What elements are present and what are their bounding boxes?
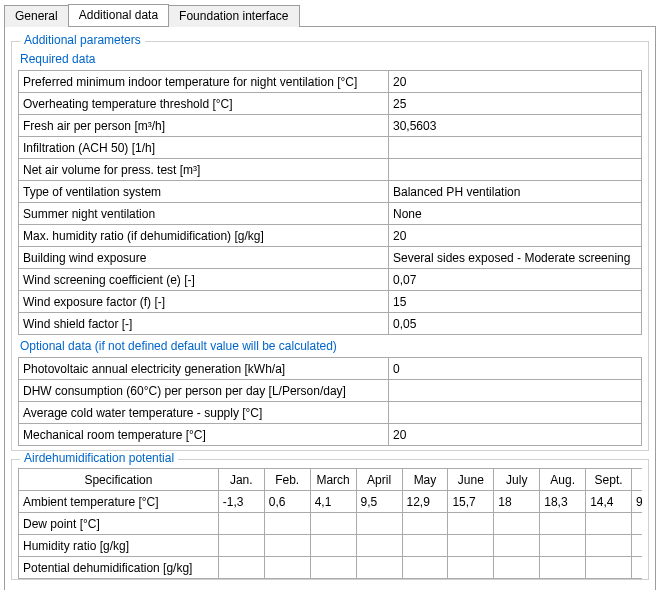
required-row-input[interactable] bbox=[393, 295, 637, 309]
monthly-cell[interactable]: 14,4 bbox=[586, 491, 632, 513]
optional-row-label: Mechanical room temperature [°C] bbox=[19, 424, 389, 446]
monthly-cell[interactable] bbox=[494, 557, 540, 579]
required-row-value-cell[interactable] bbox=[389, 313, 642, 335]
required-row-value-cell[interactable] bbox=[389, 203, 642, 225]
required-row-value-cell[interactable] bbox=[389, 181, 642, 203]
tab-additional-data[interactable]: Additional data bbox=[68, 4, 169, 26]
optional-row-input[interactable] bbox=[393, 384, 637, 398]
optional-row-value-cell[interactable] bbox=[389, 402, 642, 424]
monthly-cell[interactable] bbox=[540, 557, 586, 579]
required-row-label: Type of ventilation system bbox=[19, 181, 389, 203]
monthly-cell[interactable]: 9,5 bbox=[356, 491, 402, 513]
monthly-cell[interactable]: 0,6 bbox=[264, 491, 310, 513]
required-row-input[interactable] bbox=[393, 229, 637, 243]
monthly-cell[interactable] bbox=[402, 535, 448, 557]
optional-row: Average cold water temperature - supply … bbox=[19, 402, 642, 424]
required-row-label: Infiltration (ACH 50) [1/h] bbox=[19, 137, 389, 159]
required-row: Overheating temperature threshold [°C] bbox=[19, 93, 642, 115]
monthly-cell[interactable] bbox=[586, 557, 632, 579]
required-row-input[interactable] bbox=[393, 163, 637, 177]
monthly-cell[interactable] bbox=[264, 557, 310, 579]
monthly-cell[interactable] bbox=[356, 513, 402, 535]
required-data-table: Preferred minimum indoor temperature for… bbox=[18, 70, 642, 335]
required-row-input[interactable] bbox=[393, 119, 637, 133]
required-row: Summer night ventilation bbox=[19, 203, 642, 225]
required-row: Building wind exposure bbox=[19, 247, 642, 269]
required-row-label: Summer night ventilation bbox=[19, 203, 389, 225]
required-row-label: Fresh air per person [m³/h] bbox=[19, 115, 389, 137]
monthly-cell[interactable]: 18,3 bbox=[540, 491, 586, 513]
required-row-input[interactable] bbox=[393, 185, 637, 199]
monthly-cell[interactable] bbox=[356, 535, 402, 557]
monthly-header-month: Aug. bbox=[540, 469, 586, 491]
monthly-cell[interactable] bbox=[218, 535, 264, 557]
monthly-cell[interactable] bbox=[218, 557, 264, 579]
optional-row-input[interactable] bbox=[393, 406, 637, 420]
required-row-input[interactable] bbox=[393, 251, 637, 265]
required-row: Wind shield factor [-] bbox=[19, 313, 642, 335]
required-row-input[interactable] bbox=[393, 317, 637, 331]
monthly-cell[interactable]: 9,1 bbox=[632, 491, 642, 513]
optional-row-value-cell[interactable] bbox=[389, 424, 642, 446]
optional-row: Mechanical room temperature [°C] bbox=[19, 424, 642, 446]
monthly-cell[interactable] bbox=[494, 513, 540, 535]
required-row-input[interactable] bbox=[393, 97, 637, 111]
monthly-cell[interactable] bbox=[356, 557, 402, 579]
required-row-value-cell[interactable] bbox=[389, 115, 642, 137]
tab-foundation-interface[interactable]: Foundation interface bbox=[168, 5, 299, 27]
monthly-cell[interactable] bbox=[264, 513, 310, 535]
monthly-cell[interactable] bbox=[264, 535, 310, 557]
required-row-value-cell[interactable] bbox=[389, 291, 642, 313]
monthly-cell[interactable] bbox=[540, 513, 586, 535]
monthly-cell[interactable] bbox=[310, 535, 356, 557]
required-row-value-cell[interactable] bbox=[389, 269, 642, 291]
monthly-header-month: Feb. bbox=[264, 469, 310, 491]
required-row-value-cell[interactable] bbox=[389, 137, 642, 159]
monthly-cell[interactable] bbox=[402, 557, 448, 579]
monthly-cell[interactable]: 12,9 bbox=[402, 491, 448, 513]
monthly-cell[interactable] bbox=[586, 535, 632, 557]
optional-row-input[interactable] bbox=[393, 362, 637, 376]
required-row-input[interactable] bbox=[393, 207, 637, 221]
required-data-header: Required data bbox=[18, 50, 642, 70]
required-row: Type of ventilation system bbox=[19, 181, 642, 203]
required-row-label: Overheating temperature threshold [°C] bbox=[19, 93, 389, 115]
required-row-value-cell[interactable] bbox=[389, 225, 642, 247]
monthly-cell[interactable]: -1,3 bbox=[218, 491, 264, 513]
required-row-value-cell[interactable] bbox=[389, 247, 642, 269]
monthly-row-label: Ambient temperature [°C] bbox=[19, 491, 219, 513]
required-row: Infiltration (ACH 50) [1/h] bbox=[19, 137, 642, 159]
monthly-cell[interactable] bbox=[402, 513, 448, 535]
monthly-cell[interactable] bbox=[632, 513, 642, 535]
tab-general[interactable]: General bbox=[4, 5, 69, 27]
optional-row-input[interactable] bbox=[393, 428, 637, 442]
monthly-header-spec: Specification bbox=[19, 469, 219, 491]
monthly-cell[interactable]: 15,7 bbox=[448, 491, 494, 513]
monthly-cell[interactable] bbox=[632, 557, 642, 579]
monthly-cell[interactable] bbox=[494, 535, 540, 557]
monthly-cell[interactable]: 4,1 bbox=[310, 491, 356, 513]
required-row-input[interactable] bbox=[393, 141, 637, 155]
optional-row-value-cell[interactable] bbox=[389, 358, 642, 380]
monthly-cell[interactable] bbox=[540, 535, 586, 557]
monthly-cell[interactable] bbox=[218, 513, 264, 535]
required-row-input[interactable] bbox=[393, 75, 637, 89]
monthly-cell[interactable] bbox=[448, 513, 494, 535]
monthly-cell[interactable]: 18 bbox=[494, 491, 540, 513]
monthly-cell[interactable] bbox=[448, 557, 494, 579]
required-row: Fresh air per person [m³/h] bbox=[19, 115, 642, 137]
monthly-cell[interactable] bbox=[310, 513, 356, 535]
monthly-cell[interactable] bbox=[448, 535, 494, 557]
required-row-value-cell[interactable] bbox=[389, 159, 642, 181]
optional-data-header: Optional data (if not defined default va… bbox=[18, 337, 642, 357]
required-row-value-cell[interactable] bbox=[389, 93, 642, 115]
monthly-cell[interactable] bbox=[632, 535, 642, 557]
monthly-cell[interactable] bbox=[310, 557, 356, 579]
monthly-cell[interactable] bbox=[586, 513, 632, 535]
optional-row: Photovoltaic annual electricity generati… bbox=[19, 358, 642, 380]
optional-row-value-cell[interactable] bbox=[389, 380, 642, 402]
required-row: Max. humidity ratio (if dehumidification… bbox=[19, 225, 642, 247]
required-row-value-cell[interactable] bbox=[389, 71, 642, 93]
required-row-input[interactable] bbox=[393, 273, 637, 287]
monthly-row-label: Humidity ratio [g/kg] bbox=[19, 535, 219, 557]
